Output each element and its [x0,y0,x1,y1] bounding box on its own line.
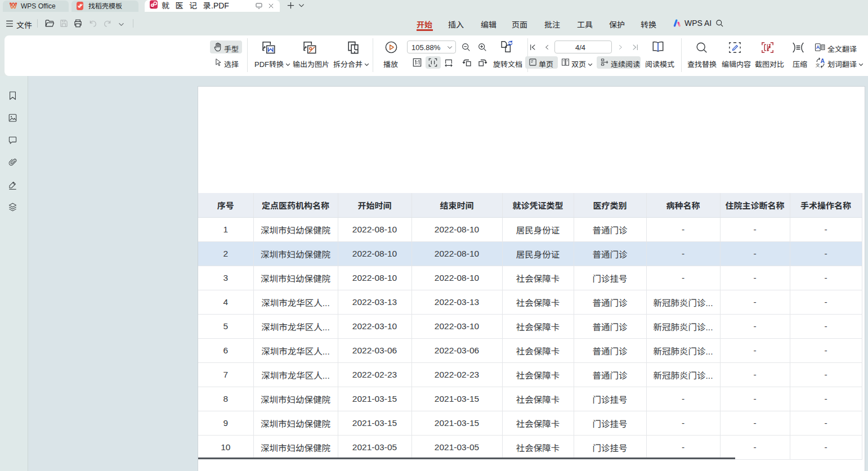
svg-text:文: 文 [816,62,820,68]
svg-text:A: A [816,44,820,50]
svg-text:A: A [821,58,825,64]
